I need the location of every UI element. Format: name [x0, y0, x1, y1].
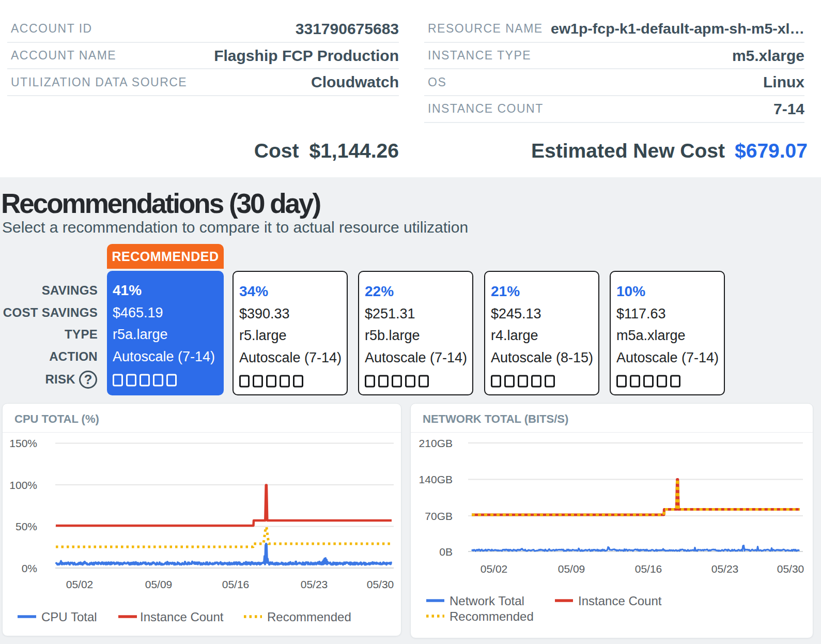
svg-text:05/23: 05/23 — [301, 578, 328, 590]
svg-text:Recommended: Recommended — [450, 609, 534, 623]
svg-text:Recommended: Recommended — [267, 610, 351, 624]
svg-text:140GB: 140GB — [419, 473, 453, 485]
svg-text:Network Total: Network Total — [450, 594, 524, 608]
svg-text:100%: 100% — [9, 479, 37, 491]
svg-text:0B: 0B — [439, 546, 453, 558]
svg-text:CPU Total: CPU Total — [41, 610, 97, 624]
svg-text:210GB: 210GB — [419, 437, 453, 449]
svg-text:70GB: 70GB — [425, 510, 453, 522]
svg-text:05/23: 05/23 — [711, 563, 739, 575]
svg-text:05/09: 05/09 — [558, 563, 585, 575]
svg-text:50%: 50% — [16, 520, 37, 532]
svg-text:05/30: 05/30 — [367, 578, 394, 590]
svg-text:05/02: 05/02 — [481, 563, 508, 575]
svg-text:05/16: 05/16 — [635, 563, 662, 575]
svg-text:0%: 0% — [22, 562, 37, 574]
svg-text:Instance Count: Instance Count — [140, 610, 224, 624]
svg-text:Instance Count: Instance Count — [578, 594, 662, 608]
svg-text:05/16: 05/16 — [222, 578, 250, 590]
svg-text:05/30: 05/30 — [777, 563, 804, 575]
svg-text:05/02: 05/02 — [66, 578, 94, 590]
svg-text:05/09: 05/09 — [145, 578, 173, 590]
svg-text:150%: 150% — [9, 437, 37, 449]
